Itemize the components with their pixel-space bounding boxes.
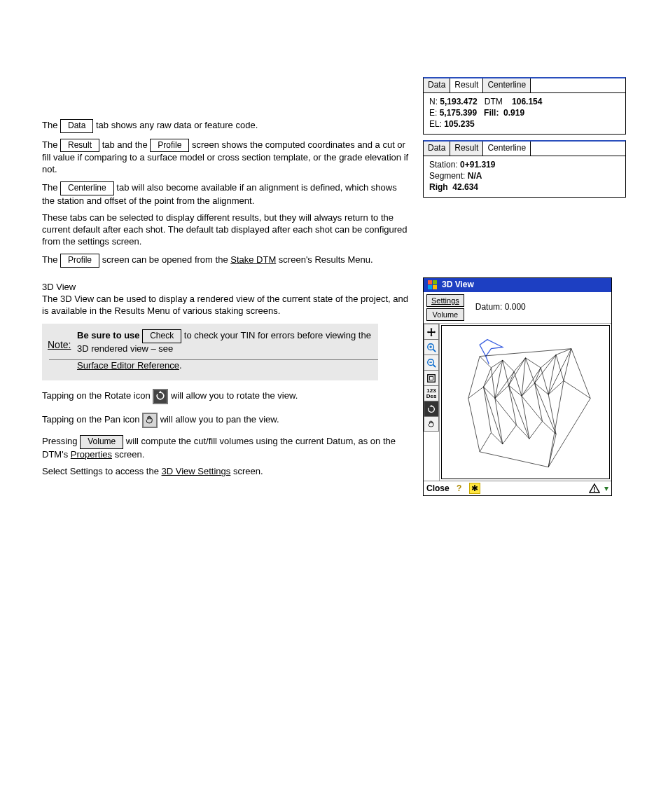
dropdown-arrow-icon[interactable]: ▾ (604, 483, 608, 495)
svg-line-25 (509, 385, 517, 425)
intro-p4: These tabs can be selected to display di… (42, 212, 409, 248)
rotate-icon[interactable] (153, 389, 168, 404)
warning-icon[interactable] (589, 483, 600, 494)
intro-text-column: The Data tab shows any raw data or featu… (42, 77, 423, 273)
status-star-icon[interactable]: ✱ (469, 483, 480, 494)
move-tool-icon[interactable] (424, 324, 439, 339)
pan-icon[interactable] (142, 413, 158, 428)
svg-rect-2 (433, 280, 437, 284)
zoom-in-tool-icon[interactable] (424, 339, 439, 355)
centerline-panel: Data Result Centerline Station: 0+91.319… (423, 140, 626, 198)
svg-line-34 (541, 368, 548, 394)
svg-line-24 (495, 399, 503, 444)
svg-line-38 (509, 385, 529, 439)
centerline-panel-body: Station: 0+91.319 Segment: N/A Righ 42.6… (424, 156, 625, 198)
tab-centerline[interactable]: Centerline (483, 78, 531, 92)
threeD-intro-para: The 3D View can be used to display a ren… (42, 294, 409, 317)
note-block: Be sure to use Check to check your TIN f… (42, 324, 378, 380)
info-tool-icon[interactable]: 123Des (424, 385, 439, 401)
svg-line-39 (522, 397, 542, 422)
volume-button-ref[interactable]: Volume (80, 435, 123, 449)
svg-line-10 (433, 364, 436, 367)
svg-marker-0 (159, 391, 162, 393)
svg-line-37 (495, 399, 517, 425)
result-panel-body: N: 5,193.472 DTM 106.154 E: 5,175.399 Fi… (424, 93, 625, 135)
datum-readout: Datum: 0.000 (467, 302, 526, 313)
svg-rect-13 (429, 376, 433, 380)
result-tab-button[interactable]: Result (60, 139, 99, 153)
properties-link[interactable]: Properties (71, 449, 112, 460)
3d-view-title: 3D View (442, 280, 474, 291)
result-panel-tabs: Data Result Centerline (424, 78, 625, 93)
svg-line-26 (522, 397, 529, 439)
fill-value: 0.919 (503, 108, 524, 118)
svg-line-45 (535, 355, 557, 383)
e-value: 5,175.399 (440, 108, 477, 118)
windows-flag-icon (426, 280, 439, 291)
svg-line-27 (535, 383, 543, 422)
svg-line-18 (509, 372, 515, 386)
svg-rect-4 (433, 285, 437, 289)
tab-data[interactable]: Data (424, 78, 450, 92)
help-icon[interactable]: ? (454, 483, 465, 494)
zoom-extents-tool-icon[interactable] (424, 370, 439, 385)
el-value: 105.235 (444, 119, 474, 129)
svg-line-22 (564, 349, 571, 381)
svg-line-23 (484, 387, 492, 433)
3d-view-settings-link[interactable]: 3D View Settings (162, 466, 231, 476)
svg-line-32 (514, 372, 522, 397)
svg-line-44 (522, 368, 541, 396)
surface-editor-ref-link[interactable]: Surface Editor Reference (77, 360, 179, 371)
svg-rect-12 (428, 375, 436, 383)
rotate-tool-icon[interactable] (424, 401, 439, 416)
station-value: 0+91.319 (460, 160, 495, 170)
settings-tip: Select Settings to access the 3D View Se… (42, 466, 409, 478)
volume-button[interactable]: Volume (426, 308, 464, 321)
dtm-value: 106.154 (512, 97, 542, 106)
intro-p3: The Centerline tab will also become avai… (42, 181, 409, 207)
svg-line-36 (484, 387, 503, 445)
tab-result[interactable]: Result (450, 78, 483, 92)
svg-line-46 (548, 349, 571, 394)
centerline-panel-tabs: Data Result Centerline (424, 142, 625, 156)
stake-dtm-link[interactable]: Stake DTM (230, 254, 276, 265)
centerline-tab-button[interactable]: Centerline (60, 181, 114, 195)
volume-tip: Pressing Volume will compute the cut/fil… (42, 435, 409, 460)
tab-centerline-2[interactable]: Centerline (483, 142, 531, 156)
svg-line-30 (491, 368, 494, 399)
svg-point-49 (594, 490, 595, 492)
3d-view-window: 3D View Settings Volume Datum: 0.000 (423, 277, 612, 497)
tab-data-2[interactable]: Data (424, 142, 450, 156)
data-tab-button[interactable]: Data (60, 119, 93, 133)
svg-marker-14 (429, 405, 433, 407)
result-panel: Data Result Centerline N: 5,193.472 DTM … (423, 77, 626, 135)
rotate-tip: Tapping on the Rotate icon will allow yo… (42, 387, 409, 404)
note-label: Note: (48, 338, 71, 351)
intro-p2: The Result tab and the Profile screen sh… (42, 139, 409, 176)
check-button[interactable]: Check (142, 329, 181, 343)
3d-viewport[interactable] (441, 325, 610, 479)
segment-value: N/A (468, 171, 482, 181)
tab-result-2[interactable]: Result (450, 142, 483, 156)
intro-p5: The Profile screen can be opened from th… (42, 254, 409, 268)
profile-button-ref2[interactable]: Profile (60, 254, 99, 268)
settings-button[interactable]: Settings (426, 294, 464, 307)
zoom-out-tool-icon[interactable] (424, 355, 439, 370)
svg-line-33 (526, 358, 535, 383)
close-button[interactable]: Close (426, 483, 450, 495)
svg-line-6 (433, 349, 436, 352)
3d-view-statusbar: Close ? ✱ ▾ (424, 481, 611, 495)
3d-view-titlebar: 3D View (424, 278, 611, 292)
pan-tool-icon[interactable] (424, 416, 439, 432)
svg-line-16 (484, 368, 492, 387)
profile-button-ref1[interactable]: Profile (150, 139, 189, 153)
svg-line-29 (548, 381, 564, 467)
svg-line-31 (503, 360, 509, 385)
pan-tip: Tapping on the Pan icon will allow you t… (42, 411, 409, 428)
righ-value: 42.634 (452, 182, 478, 192)
viewport-tool-strip: 123Des (424, 324, 440, 481)
n-value: 5,193.472 (440, 97, 477, 106)
svg-rect-1 (428, 280, 432, 284)
section-title-3dview: 3D View (42, 282, 409, 294)
intro-p1: The Data tab shows any raw data or featu… (42, 119, 409, 133)
